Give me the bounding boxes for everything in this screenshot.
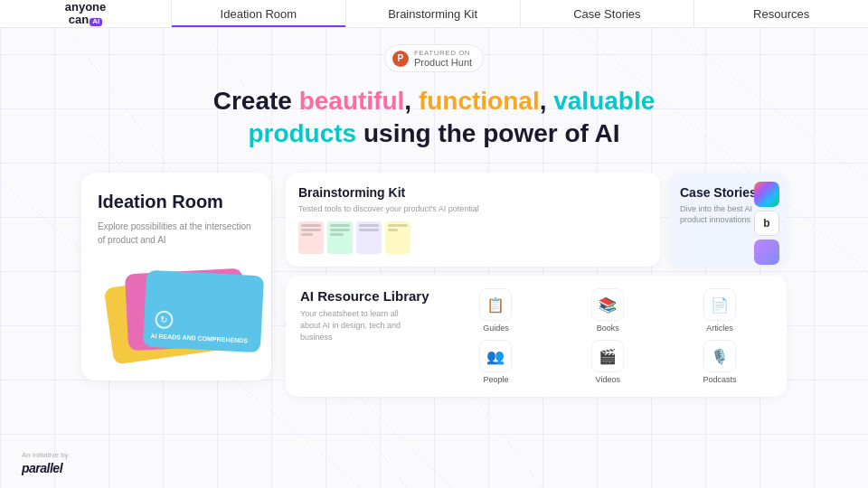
app-icons-visual: b [754, 182, 779, 265]
brainstorming-description: Tested tools to discover your product's … [298, 203, 647, 215]
footer: An initiative by parallel [22, 451, 69, 475]
ideation-description: Explore possibilities at the intersectio… [98, 220, 255, 247]
notion-icon: b [754, 211, 779, 236]
books-icon: 📚 [591, 288, 624, 321]
resource-podcasts[interactable]: 🎙️ Podcasts [667, 340, 772, 384]
mini-card-1 [298, 221, 324, 254]
hero-functional: functional [419, 87, 540, 115]
figma-icon [754, 182, 779, 207]
resource-description: Your cheatsheet to learn all about AI in… [300, 308, 409, 343]
product-hunt-icon: P [392, 51, 409, 67]
videos-label: Videos [596, 375, 620, 384]
case-stories-card[interactable]: b Case Stories Dive into the best AI pro… [669, 173, 787, 267]
footer-initiative-text: An initiative by [22, 451, 69, 459]
books-label: Books [597, 324, 619, 333]
resource-guides[interactable]: 📋 Guides [444, 288, 549, 333]
main-content: P FEATURED ON Product Hunt Create beauti… [0, 28, 868, 397]
resource-videos[interactable]: 🎬 Videos [555, 340, 660, 384]
people-label: People [483, 375, 508, 384]
nav-case-stories[interactable]: Case Stories [521, 0, 695, 27]
ideation-room-card[interactable]: Ideation Room Explore possibilities at t… [81, 173, 271, 380]
resource-left: AI Resource Library Your cheatsheet to l… [300, 288, 429, 343]
stacked-cards-visual: ↻ AI READS AND COMPREHENDS [81, 258, 271, 357]
brainstorming-title: Brainstorming Kit [298, 185, 647, 200]
guides-icon: 📋 [479, 288, 512, 321]
resource-library-card[interactable]: AI Resource Library Your cheatsheet to l… [286, 276, 787, 397]
right-panel: Brainstorming Kit Tested tools to discov… [286, 173, 787, 398]
podcasts-icon: 🎙️ [703, 340, 736, 372]
people-icon: 👥 [479, 340, 512, 372]
refresh-icon: ↻ [155, 310, 174, 329]
videos-icon: 🎬 [591, 340, 624, 372]
logo-ai-badge: AI [90, 18, 102, 26]
cards-section: Ideation Room Explore possibilities at t… [81, 173, 787, 398]
stack-card-blue: ↻ AI READS AND COMPREHENDS [143, 269, 264, 352]
mini-card-2 [327, 221, 353, 254]
nav-items: Ideation Room Brainstorming Kit Case Sto… [172, 0, 868, 27]
podcasts-label: Podcasts [703, 375, 737, 384]
brainstorming-kit-card[interactable]: Brainstorming Kit Tested tools to discov… [286, 173, 660, 267]
hero-products: products [248, 119, 356, 147]
resource-books[interactable]: 📚 Books [555, 288, 660, 333]
hero-valuable: valuable [553, 87, 655, 115]
extra-app-icon [754, 239, 779, 265]
mini-cards-visual [298, 221, 647, 254]
ideation-title: Ideation Room [98, 191, 255, 212]
product-hunt-badge[interactable]: P FEATURED ON Product Hunt [384, 44, 484, 72]
resource-articles[interactable]: 📄 Articles [667, 288, 772, 333]
resource-grid: 📋 Guides 📚 Books 📄 Articles 👥 People [444, 288, 772, 384]
logo-anyone: anyone [65, 1, 107, 14]
hero-title: Create beautiful, functional, valuable p… [213, 85, 656, 151]
nav-ideation-room[interactable]: Ideation Room [172, 0, 346, 27]
stack-card-label: AI READS AND COMPREHENDS [150, 332, 248, 345]
navigation: anyone canAI Ideation Room Brainstorming… [0, 0, 868, 28]
articles-icon: 📄 [703, 288, 736, 321]
logo[interactable]: anyone canAI [0, 0, 172, 27]
nav-resources[interactable]: Resources [694, 0, 868, 27]
guides-label: Guides [483, 324, 509, 333]
logo-canai: canAI [69, 13, 102, 26]
resource-people[interactable]: 👥 People [444, 340, 549, 384]
footer-brand-name: parallel [22, 461, 69, 475]
mini-card-3 [356, 221, 382, 254]
resource-title: AI Resource Library [300, 288, 429, 305]
right-top-row: Brainstorming Kit Tested tools to discov… [286, 173, 787, 267]
mini-card-4 [385, 221, 410, 254]
ph-badge-text: FEATURED ON Product Hunt [414, 49, 472, 68]
nav-brainstorming-kit[interactable]: Brainstorming Kit [346, 0, 521, 27]
hero-beautiful: beautiful [299, 87, 405, 115]
articles-label: Articles [706, 324, 733, 333]
